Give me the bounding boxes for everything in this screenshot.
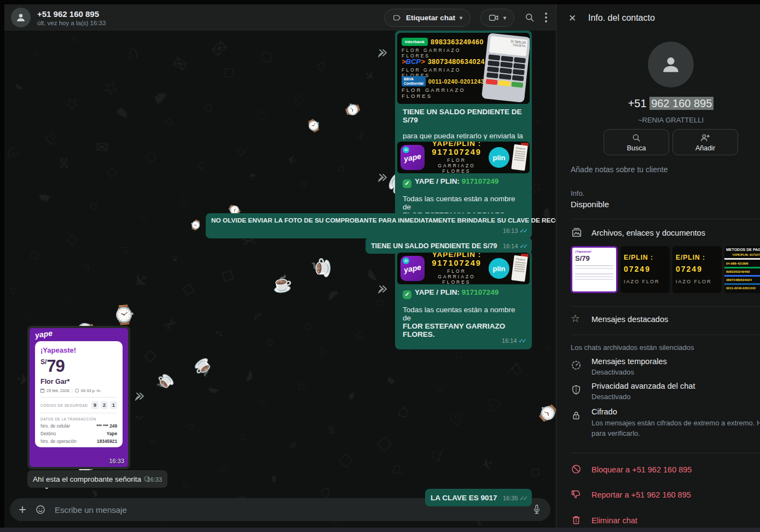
- yape-logo: yape: [34, 329, 53, 340]
- media-thumbnail-banner[interactable]: E/PLIN : 07249 IAZO FLOR: [620, 246, 670, 293]
- wallpaper-doodle: ○: [68, 35, 81, 43]
- forward-message-icon[interactable]: [378, 284, 390, 296]
- disappearing-messages-status: Desactivados: [591, 368, 634, 376]
- search-in-chat-button[interactable]: [524, 12, 535, 23]
- block-contact-action[interactable]: Bloquear a +51 962 160 895: [591, 465, 692, 474]
- media-thumbnail-methods[interactable]: METODOS DE PAG YAPE/PLIN: 917107249 04-9…: [724, 246, 760, 293]
- wallpaper-doodle: ☕: [153, 371, 177, 395]
- wallpaper-doodle: ♡: [291, 92, 310, 109]
- disappearing-messages-row[interactable]: Mensajes temporales: [591, 357, 667, 366]
- caption-line: TIENE UN SALDO PENDIENTE DE S/79: [403, 108, 524, 124]
- wallpaper-doodle: ✉: [288, 439, 298, 451]
- calendar-icon: [40, 389, 44, 393]
- wallpaper-doodle: ⌚: [535, 400, 556, 428]
- wallpaper-doodle: ☁: [320, 282, 341, 304]
- caption-label: YAPE / PLIN:: [415, 177, 460, 185]
- receipt-row: DestinoYape: [40, 431, 117, 436]
- wallpaper-doodle: ♨: [351, 328, 369, 346]
- caption-line: Todas las cuentas están a nombre de: [403, 195, 524, 211]
- search-contact-button[interactable]: Busca: [604, 129, 669, 155]
- message-yape-plin[interactable]: S/yape YAPE/PLIN : 917107249 FLOR GARRIA…: [395, 250, 532, 349]
- message-time: 16:14: [502, 337, 517, 344]
- emoji-picker-button[interactable]: [35, 504, 46, 515]
- wallpaper-doodle: ☕: [311, 257, 332, 279]
- notes-placeholder[interactable]: Añade notas sobre tu cliente: [571, 165, 668, 174]
- contact-avatar[interactable]: [11, 8, 31, 27]
- video-call-button[interactable]: ▾: [480, 9, 514, 27]
- lock-icon: [571, 410, 582, 423]
- wallpaper-doodle: ✉: [326, 425, 339, 435]
- message-input[interactable]: Escribe un mensaje: [55, 505, 523, 515]
- starred-messages-row[interactable]: Mensajes destacados: [591, 315, 668, 324]
- yape-plin-banner-image[interactable]: S/yape YAPE/PLIN : 917107249 FLOR GARRIA…: [397, 253, 530, 284]
- close-panel-button[interactable]: ✕: [568, 13, 576, 24]
- media-thumbnail-receipt[interactable]: ¡Yapeaste! S/79: [571, 246, 618, 293]
- info-value: Disponible: [571, 200, 609, 209]
- message-key[interactable]: LA CLAVE ES 9017 16:35✓✓: [425, 489, 532, 506]
- wallpaper-doodle: □: [373, 434, 396, 455]
- wallpaper-doodle: ☆: [98, 78, 123, 99]
- forward-message-icon[interactable]: [378, 48, 390, 60]
- wallpaper-doodle: ✈: [361, 67, 378, 85]
- wallpaper-doodle: ♨: [237, 429, 249, 443]
- wallpaper-doodle: ⌂: [396, 399, 411, 422]
- contact-pushname: ~RENIA GRATTELLI: [556, 116, 760, 124]
- wallpaper-doodle: ⌚: [343, 101, 362, 120]
- contact-avatar-large[interactable]: [648, 42, 694, 87]
- wallpaper-doodle: ⚐: [502, 358, 528, 383]
- voice-message-button[interactable]: [532, 504, 542, 515]
- yape-receipt-image[interactable]: yape ¡Yapeaste! S/79 Flor Gar* 25 feb. 2…: [30, 328, 128, 467]
- forward-message-icon[interactable]: [135, 391, 147, 404]
- security-code-digits: 921: [91, 401, 117, 409]
- wallpaper-doodle: □: [104, 165, 120, 180]
- wallpaper-doodle: ♪: [209, 327, 228, 340]
- microphone-icon: [532, 504, 542, 515]
- wallpaper-doodle: ⌂: [200, 97, 218, 116]
- banner-title: YAPE/PLIN :: [428, 142, 485, 148]
- block-icon: [571, 464, 582, 475]
- wallpaper-doodle: ◇: [335, 162, 347, 177]
- wallpaper-doodle: □: [334, 450, 356, 470]
- yape-plin-banner-image[interactable]: S/yape YAPE/PLIN : 917107249 FLOR GARRIA…: [397, 142, 530, 173]
- chat-menu-button[interactable]: [545, 13, 547, 22]
- chat-header: +51 962 160 895 últ. vez hoy a la(s) 16:…: [4, 4, 556, 31]
- message-yape-receipt[interactable]: yape ¡Yapeaste! S/79 Flor Gar* 25 feb. 2…: [27, 326, 130, 469]
- receipt-photo-decor: Flowers: [511, 144, 527, 171]
- message-time: 16:13: [503, 227, 518, 234]
- wallpaper-doodle: □: [258, 51, 277, 64]
- search-icon: [524, 12, 535, 23]
- banner-number: 917107249: [428, 148, 485, 156]
- wallpaper-doodle: □: [28, 248, 40, 263]
- tag-chat-button[interactable]: Etiquetar chat ▾: [384, 9, 471, 27]
- wallpaper-doodle: ⌚: [189, 218, 204, 233]
- delete-chat-action[interactable]: Eliminar chat: [591, 516, 637, 525]
- media-thumbnail-banner[interactable]: E/PLIN : 07249 IAZO FLOR: [672, 246, 722, 293]
- wallpaper-doodle: ◇: [527, 464, 546, 482]
- encryption-row[interactable]: Cifrado: [591, 407, 617, 416]
- wallpaper-doodle: ○: [184, 419, 199, 434]
- message-reminder[interactable]: NO OLVIDE ENVIAR LA FOTO DE SU COMPROBAN…: [206, 213, 532, 238]
- react-emoji-button[interactable]: ☺: [142, 473, 152, 484]
- forward-message-icon[interactable]: [378, 173, 390, 185]
- media-icon: [571, 226, 583, 238]
- wallpaper-doodle: ⚐: [310, 58, 330, 76]
- attach-plus-button[interactable]: +: [19, 503, 26, 516]
- last-seen: últ. vez hoy a la(s) 16:33: [37, 20, 106, 26]
- report-contact-action[interactable]: Reportar a +51 962 160 895: [591, 490, 691, 499]
- yape-number: 917107249: [462, 177, 499, 185]
- chat-title[interactable]: +51 962 160 895: [37, 9, 106, 19]
- wallpaper-doodle: ♡: [60, 292, 73, 307]
- wallpaper-doodle: ☁: [206, 384, 221, 401]
- transaction-data-label: DATOS DE LA TRANSACCIÓN: [40, 417, 117, 421]
- media-row[interactable]: Archivos, enlaces y documentos: [591, 229, 705, 237]
- info-label: Info.: [571, 189, 584, 197]
- yape-number: 917107249: [462, 288, 499, 296]
- wallpaper-doodle: ♞: [383, 372, 398, 388]
- receipt-photo-decor: Flowers: [511, 255, 527, 282]
- wallpaper-doodle: ⚐: [194, 158, 212, 174]
- banner-holder: FLOR GARRIAZO FLORES: [428, 268, 485, 284]
- bank-accounts-image[interactable]: interbank8983363249460 FLOR GARRIAZO FLO…: [397, 33, 530, 104]
- add-contact-button[interactable]: Añadir: [672, 129, 738, 155]
- advanced-privacy-row[interactable]: Privacidad avanzada del chat: [591, 382, 695, 390]
- wallpaper-doodle: ♨: [313, 344, 329, 360]
